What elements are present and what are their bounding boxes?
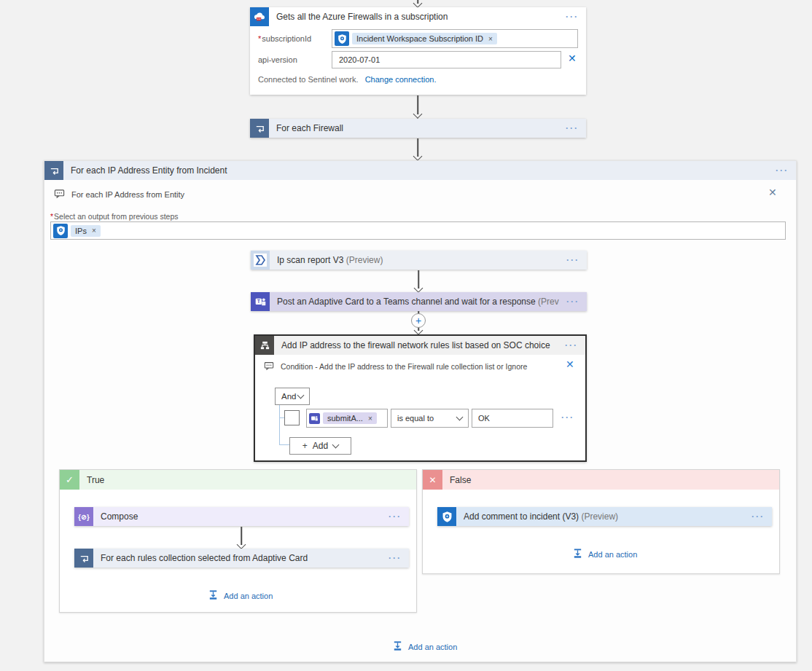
tree-line xyxy=(279,444,289,445)
true-branch: ✓ True {⊘} Compose ··· For each rules c xyxy=(59,469,417,613)
condition-left-operand[interactable]: submitA... × xyxy=(306,409,388,428)
dynamic-content-token[interactable]: Incident Workspace Subscription ID × xyxy=(352,33,497,44)
condition-operator-select[interactable]: is equal to xyxy=(391,409,469,428)
sentinel-shield-icon xyxy=(437,507,456,526)
container-title: For each IP Address Entity from Incident xyxy=(63,165,768,176)
arrow-head xyxy=(414,283,423,293)
more-menu-button[interactable]: ··· xyxy=(381,511,409,522)
comment-text: Condition - Add the IP address to the Fi… xyxy=(281,362,527,371)
card-title: For each rules collection selected from … xyxy=(93,553,381,563)
dynamic-content-token[interactable]: IPs × xyxy=(71,225,101,237)
card-header[interactable]: For each rules collection selected from … xyxy=(74,549,409,568)
card-title: Compose xyxy=(93,511,381,522)
compose-icon: {⊘} xyxy=(74,507,93,526)
add-action-label: Add an action xyxy=(408,643,457,651)
comment-row: For each IP Address from Entity xyxy=(54,188,184,200)
api-version-input[interactable] xyxy=(335,55,558,65)
more-menu-button[interactable]: ··· xyxy=(744,511,772,522)
flow-arrow xyxy=(413,270,423,292)
card-header[interactable]: Add IP address to the firewall network r… xyxy=(255,336,585,355)
card-header[interactable]: For each Firewall ··· xyxy=(250,119,586,138)
clear-field-icon[interactable]: ✕ xyxy=(568,52,577,64)
add-action-label: Add an action xyxy=(224,592,273,600)
add-condition-button[interactable]: + Add xyxy=(289,437,351,455)
more-menu-button[interactable]: ··· xyxy=(558,12,586,22)
chevron-down-icon xyxy=(297,392,305,399)
container-header[interactable]: For each IP Address Entity from Incident… xyxy=(44,161,796,180)
more-menu-button[interactable]: ··· xyxy=(558,340,585,350)
row-more-menu-button[interactable]: ··· xyxy=(554,412,582,423)
arrow-head xyxy=(237,540,246,549)
token-label: Incident Workspace Subscription ID xyxy=(356,34,483,43)
comment-icon xyxy=(54,188,65,200)
more-menu-button[interactable]: ··· xyxy=(558,123,586,133)
add-action-label: Add an action xyxy=(588,550,637,559)
false-branch: ✕ False Add comment to incident (V3) (Pr… xyxy=(422,469,780,574)
arrow-head xyxy=(413,152,423,161)
container-foreach-ip-entity: For each IP Address Entity from Incident… xyxy=(44,160,797,662)
card-header[interactable]: T Post an Adaptive Card to a Teams chann… xyxy=(251,292,587,311)
preview-tag: (Preview) xyxy=(346,255,383,265)
add-action-button[interactable]: Add an action xyxy=(208,589,273,602)
flow-arrow xyxy=(413,138,423,160)
preview-tag: (Preview) xyxy=(581,511,618,522)
card-add-comment-incident: Add comment to incident (V3) (Preview) ·… xyxy=(437,507,772,526)
chevron-down-icon xyxy=(456,414,464,421)
sentinel-shield-icon xyxy=(335,31,349,46)
subscriptionid-input[interactable]: Incident Workspace Subscription ID × xyxy=(332,29,578,48)
custom-connector-icon xyxy=(251,251,270,270)
connection-text: Connected to Sentinel work. xyxy=(258,75,359,84)
add-action-icon xyxy=(208,589,219,602)
card-title: For each Firewall xyxy=(269,123,558,133)
output-input[interactable]: IPs × xyxy=(50,221,786,240)
add-action-button[interactable]: Add an action xyxy=(572,548,637,560)
card-get-azure-firewalls: Gets all the Azure Firewalls in a subscr… xyxy=(250,7,586,95)
chevron-down-icon xyxy=(332,442,340,449)
token-remove-icon[interactable]: × xyxy=(92,227,96,235)
required-mark: * xyxy=(258,34,261,43)
card-title: Add IP address to the firewall network r… xyxy=(274,340,558,350)
flow-arrow xyxy=(413,95,423,118)
card-foreach-firewall: For each Firewall ··· xyxy=(250,119,586,138)
token-remove-icon[interactable]: × xyxy=(488,35,493,43)
close-icon[interactable]: ✕ xyxy=(566,358,574,370)
token-label: submitA... xyxy=(327,414,363,423)
required-mark: * xyxy=(50,212,53,221)
close-icon[interactable]: ✕ xyxy=(768,187,777,198)
card-header[interactable]: Add comment to incident (V3) (Preview) ·… xyxy=(437,507,772,526)
true-branch-header: ✓ True xyxy=(60,470,416,490)
comment-text: For each IP Address from Entity xyxy=(71,190,184,199)
card-header[interactable]: Ip scan report V3 (Preview) ··· xyxy=(251,251,587,270)
more-menu-button[interactable]: ··· xyxy=(559,255,587,265)
more-menu-button[interactable]: ··· xyxy=(559,297,587,307)
comment-row: Condition - Add the IP address to the Fi… xyxy=(264,361,527,372)
api-version-label: api-version xyxy=(258,55,297,64)
card-condition: Add IP address to the firewall network r… xyxy=(254,334,587,462)
card-header[interactable]: {⊘} Compose ··· xyxy=(74,507,409,526)
add-label: Add xyxy=(313,441,328,451)
output-label: *Select an output from previous steps xyxy=(50,212,179,221)
teams-icon xyxy=(309,413,320,424)
connection-info: Connected to Sentinel work. Change conne… xyxy=(258,75,437,84)
cross-icon: ✕ xyxy=(423,470,442,490)
dynamic-content-token[interactable]: submitA... × xyxy=(323,412,377,424)
card-header[interactable]: Gets all the Azure Firewalls in a subscr… xyxy=(250,7,586,26)
add-action-icon xyxy=(392,640,403,653)
condition-value-field xyxy=(472,409,553,428)
card-title: Add comment to incident (V3) (Preview) xyxy=(456,511,744,522)
tree-line xyxy=(279,417,284,418)
more-menu-button[interactable]: ··· xyxy=(768,165,796,176)
add-action-button[interactable]: Add an action xyxy=(392,640,457,653)
group-operator-value: And xyxy=(281,392,296,401)
group-operator-select[interactable]: And xyxy=(275,388,310,405)
token-remove-icon[interactable]: × xyxy=(368,415,372,423)
change-connection-link[interactable]: Change connection. xyxy=(365,75,437,84)
tree-line xyxy=(279,405,280,445)
card-ip-scan-report: Ip scan report V3 (Preview) ··· xyxy=(251,251,587,270)
condition-value-input[interactable] xyxy=(475,413,550,423)
insert-step-button[interactable]: + xyxy=(411,313,426,328)
card-compose: {⊘} Compose ··· xyxy=(74,507,409,526)
operator-value: is equal to xyxy=(397,414,434,423)
condition-row-checkbox[interactable] xyxy=(284,410,300,425)
more-menu-button[interactable]: ··· xyxy=(381,553,409,563)
